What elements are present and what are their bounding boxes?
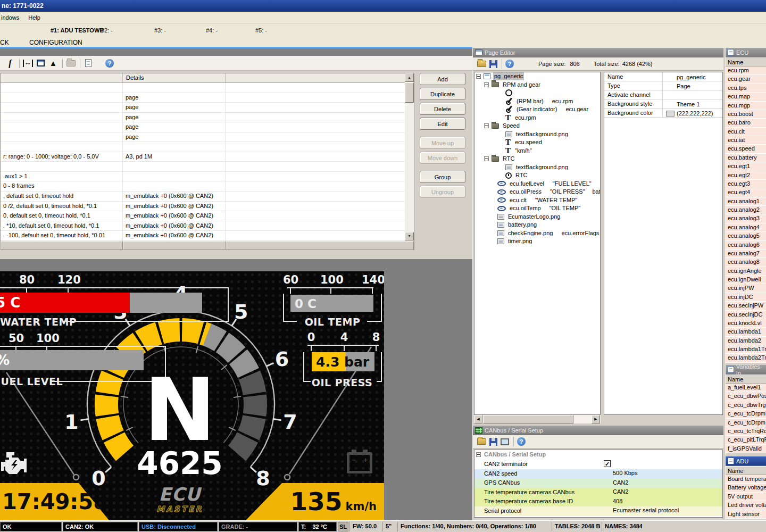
channel-row[interactable]: ecu.lambda2Trg	[726, 354, 766, 362]
channel-row[interactable]: ecu.analog5	[726, 232, 766, 240]
table-header-details[interactable]: Details	[123, 73, 226, 83]
distribute-icon[interactable]: ↔	[22, 58, 34, 69]
variable-row[interactable]: f_isGPSValid	[726, 445, 766, 453]
adu-panel-titlebar[interactable]: ADU	[726, 456, 766, 466]
channel-row[interactable]: ecu.baro	[726, 119, 766, 127]
tree-item[interactable]: ecu.rpm	[474, 114, 600, 122]
tree-item[interactable]: (RPM bar) ecu.rpm	[474, 97, 600, 106]
table-row[interactable]: page	[1, 113, 405, 123]
channel-row[interactable]: ecu.battery	[726, 154, 766, 162]
setting-value[interactable]: CAN2	[613, 488, 628, 495]
tree-item[interactable]: RTC	[474, 155, 600, 163]
open-icon[interactable]	[476, 436, 487, 447]
tree-item[interactable]	[474, 89, 600, 97]
variable-row[interactable]: c_ecu_tcDrpm	[726, 419, 766, 427]
scroll-down-icon[interactable]: ▼	[405, 232, 414, 240]
help-icon[interactable]: ?	[504, 59, 515, 69]
action-button[interactable]: Edit	[420, 118, 465, 130]
table-row[interactable]: 0 - 8 frames	[1, 181, 405, 192]
setting-value[interactable]: CAN2	[613, 479, 628, 486]
channel-row[interactable]: ecu.secInjPW	[726, 302, 766, 310]
channel-row[interactable]: ecu.rpm	[726, 66, 766, 75]
setting-row[interactable]: CAN2 speed ✓ 500 Kbps	[474, 469, 722, 479]
ecu-name-header[interactable]: Name	[726, 57, 766, 66]
channel-row[interactable]: ecu.injPW	[726, 284, 766, 293]
channel-row[interactable]: ecu.speed	[726, 145, 766, 153]
scrollbar-thumb[interactable]	[405, 82, 414, 103]
table-row[interactable]: 0, default set 0, timeout hold, *0.1 m_e…	[1, 211, 405, 221]
channel-row[interactable]: ecu.map	[726, 93, 766, 101]
table-row[interactable]: page	[1, 122, 405, 132]
save-icon[interactable]	[488, 436, 498, 447]
collapse-toggle-icon[interactable]	[476, 74, 481, 79]
property-row[interactable]: Name pg_generic	[604, 72, 722, 81]
help-icon[interactable]: ?	[516, 436, 527, 447]
scrollbar-thumb[interactable]	[483, 415, 573, 423]
variables-name-header[interactable]: Name	[726, 375, 766, 384]
channel-row[interactable]: ecu.lambda2	[726, 337, 766, 345]
tree-item[interactable]: timer.png	[474, 237, 600, 246]
channel-row[interactable]: ecu.tps	[726, 84, 766, 93]
variable-row[interactable]: a_fuelLevel1	[726, 384, 766, 392]
channel-row[interactable]: Battery voltage	[726, 484, 766, 492]
setting-row[interactable]: CAN2 terminator ✓	[474, 460, 722, 469]
slot-tab[interactable]: #3: -	[154, 27, 166, 34]
action-button[interactable]: Add	[420, 73, 465, 85]
action-button[interactable]: Group	[420, 171, 465, 183]
tree-item[interactable]: EcumasterLogo.png	[474, 213, 600, 221]
canbus-section-header[interactable]: CANbus / Serial Setup	[474, 450, 722, 460]
setting-value[interactable]: 408	[613, 498, 622, 504]
window-titlebar[interactable]: ne: 1771-0022	[0, 0, 766, 12]
table-row[interactable]	[1, 162, 405, 172]
tree-item[interactable]: battery.png	[474, 221, 600, 229]
collapse-toggle-icon[interactable]	[484, 156, 489, 161]
folder-icon[interactable]	[65, 58, 77, 69]
variable-row[interactable]: c_ecu_tcDrpmR	[726, 410, 766, 418]
tab-back[interactable]: CK	[0, 39, 9, 46]
channel-row[interactable]: ecu.ignDwell	[726, 276, 766, 284]
channel-row[interactable]: ecu.analog1	[726, 197, 766, 206]
page-editor-titlebar[interactable]: Page Editor	[473, 48, 723, 57]
variable-row[interactable]: c_ecu_pitLTrqR	[726, 436, 766, 444]
channel-row[interactable]: ecu.ignAngle	[726, 267, 766, 276]
channel-row[interactable]: ecu.egt2	[726, 171, 766, 180]
property-row[interactable]: Background style Theme 1	[604, 99, 722, 109]
ecu-panel-titlebar[interactable]: ECU	[726, 48, 766, 57]
slot-tab[interactable]: #2: -	[101, 27, 113, 34]
tree-item[interactable]: checkEngine.png ecu.errorFlags	[474, 229, 600, 238]
action-button[interactable]: Move down	[420, 152, 465, 164]
channel-row[interactable]: ecu.lambda1Trg	[726, 345, 766, 354]
tree-item[interactable]: ecu.fuelLevel "FUEL LEVEL"	[474, 180, 600, 188]
tree-item[interactable]: pg_generic	[474, 72, 600, 81]
tab-configuration[interactable]: CONFIGURATION	[29, 39, 82, 46]
menu-item-help[interactable]: Help	[24, 12, 44, 24]
channel-row[interactable]: ecu.analog7	[726, 250, 766, 258]
tree-item[interactable]: ecu.oilTemp "OIL TEMP"	[474, 204, 600, 213]
channel-row[interactable]: ecu.analog4	[726, 223, 766, 232]
channel-row[interactable]: ecu.boost	[726, 110, 766, 119]
collapse-toggle-icon[interactable]	[484, 82, 489, 87]
channel-row[interactable]: Light sensor	[726, 510, 766, 519]
channel-row[interactable]: ecu.secInjDC	[726, 311, 766, 319]
variable-row[interactable]: c_ecu_tcTrqRd	[726, 427, 766, 436]
channel-row[interactable]: ecu.clt	[726, 128, 766, 136]
table-row[interactable]	[1, 142, 405, 152]
open-icon[interactable]	[476, 59, 487, 69]
channel-row[interactable]: ecu.egt4	[726, 188, 766, 197]
warning-icon[interactable]: ▲	[47, 58, 59, 69]
channel-row[interactable]: ecu.mgp	[726, 102, 766, 110]
setting-row[interactable]: Tire temperature cameras base ID ✓ 408	[474, 497, 722, 506]
tree-item[interactable]: ecu.speed	[474, 138, 600, 147]
scroll-right-icon[interactable]: ▶	[592, 415, 600, 423]
slot-tab[interactable]: #4: -	[206, 27, 218, 34]
function-icon[interactable]: f	[4, 58, 16, 69]
tree-item[interactable]: textBackground.png	[474, 130, 600, 139]
document-icon[interactable]	[82, 58, 94, 69]
tree-item[interactable]: RPM and gear	[474, 81, 600, 89]
channel-row[interactable]: ecu.analog8	[726, 258, 766, 267]
setting-row[interactable]: Serial protocol ✓ Ecumaster serial proto…	[474, 506, 722, 516]
setting-value[interactable]: Ecumaster serial protocol	[613, 507, 679, 513]
action-button[interactable]: Delete	[420, 103, 465, 115]
variable-row[interactable]: c_ecu_dbwPos	[726, 392, 766, 401]
property-row[interactable]: Type Page	[604, 81, 722, 90]
